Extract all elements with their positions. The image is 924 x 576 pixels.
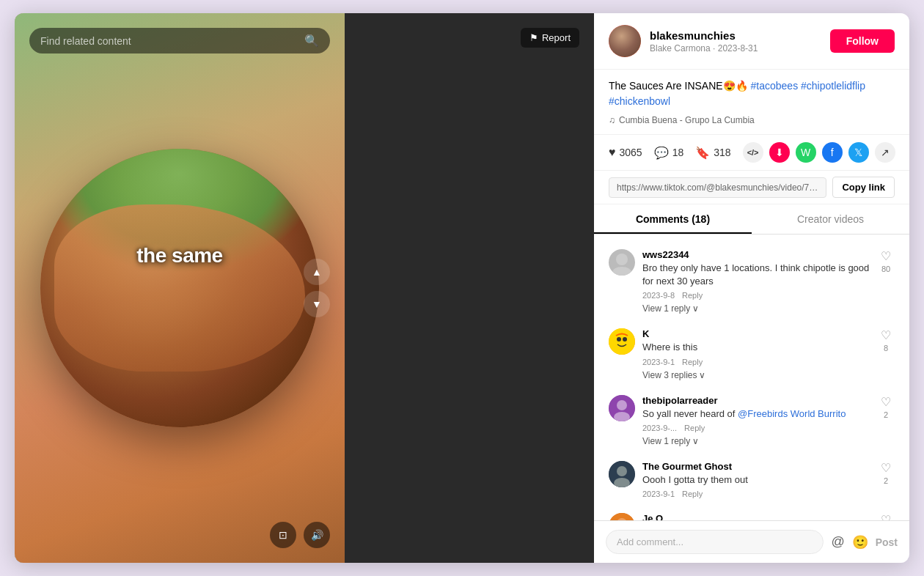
forward-button[interactable]: ↗	[875, 142, 895, 163]
comment-meta: 2023-9-8 Reply	[642, 291, 870, 300]
comments-list: wws22344 Bro they only have 1 locations.…	[594, 235, 909, 520]
like-icon: ♡	[881, 513, 891, 520]
comment-text: Bro they only have 1 locations. I think …	[642, 262, 870, 288]
add-comment-input[interactable]	[606, 530, 824, 554]
comment-content: K Where is this 2023-9-1 Reply View 3 re…	[642, 328, 870, 380]
comment-content: thebipolarreader So yall never heard of …	[642, 395, 870, 446]
comment-username: The Gourmet Ghost	[642, 461, 870, 472]
post-button[interactable]: Post	[876, 536, 898, 548]
comment-text: Where is this	[642, 341, 870, 354]
comment-icon: 💬	[654, 146, 669, 160]
copy-link-button[interactable]: Copy link	[832, 177, 895, 198]
music-label: Cumbia Buena - Grupo La Cumbia	[619, 115, 755, 125]
comment-meta: 2023-9-1 Reply	[642, 490, 870, 498]
at-sign-button[interactable]: @	[831, 534, 844, 550]
table-row: thebipolarreader So yall never heard of …	[594, 388, 909, 454]
comment-username: Je O	[642, 513, 870, 520]
dark-section	[345, 13, 594, 563]
search-bar[interactable]: 🔍	[29, 28, 330, 53]
like-count: 80	[881, 265, 890, 273]
comment-content: Je O Isn't this food truck? 2023-9-1 Rep…	[642, 513, 870, 520]
tabs-row: Comments (18) Creator videos	[594, 204, 909, 235]
svg-point-9	[617, 466, 627, 476]
whatsapp-button[interactable]: W	[796, 142, 816, 163]
emoji-button[interactable]: 🙂	[852, 534, 868, 550]
follow-button[interactable]: Follow	[830, 29, 895, 53]
report-button[interactable]: ⚑ Report	[521, 28, 579, 48]
nav-down-arrow[interactable]: ▼	[304, 291, 330, 317]
likes-stat[interactable]: ♥ 3065	[609, 146, 642, 159]
reply-button[interactable]: Reply	[682, 358, 703, 366]
view-replies-button[interactable]: View 1 reply ∨	[642, 436, 870, 446]
svg-point-2	[609, 328, 635, 355]
comments-count: 18	[672, 147, 684, 158]
comment-username: K	[642, 328, 870, 339]
comment-meta: 2023-9-1 Reply	[642, 358, 870, 366]
table-row: K Where is this 2023-9-1 Reply View 3 re…	[594, 321, 909, 387]
reply-button[interactable]: Reply	[682, 490, 703, 498]
music-info: ♫ Cumbia Buena - Grupo La Cumbia	[609, 115, 895, 125]
link-row: https://www.tiktok.com/@blakesmunchies/v…	[594, 171, 909, 204]
avatar	[609, 249, 635, 276]
tab-creator-videos[interactable]: Creator videos	[752, 204, 909, 234]
saves-stat[interactable]: 🔖 318	[695, 146, 730, 160]
likes-count: 3065	[620, 147, 642, 158]
comment-meta: 2023-9-... Reply	[642, 424, 870, 432]
hashtag-tacobees[interactable]: #tacobees	[751, 80, 799, 92]
comment-date: 2023-9-...	[642, 424, 677, 432]
comment-like[interactable]: ♡	[877, 513, 895, 520]
saves-count: 318	[714, 147, 730, 158]
subinfo: Blake Carmona · 2023-8-31	[650, 43, 821, 53]
tab-comments[interactable]: Comments (18)	[594, 204, 752, 234]
volume-button[interactable]: 🔊	[304, 522, 330, 548]
comment-text: Oooh I gotta try them out	[642, 473, 870, 487]
profile-header: blakesmunchies Blake Carmona · 2023-8-31…	[594, 13, 909, 70]
music-note-icon: ♫	[609, 115, 615, 125]
avatar	[609, 461, 635, 487]
avatar	[609, 395, 635, 421]
search-icon[interactable]: 🔍	[304, 34, 319, 48]
hashtag-chickenbowl[interactable]: #chickenbowl	[609, 95, 670, 107]
facebook-button[interactable]: f	[822, 142, 843, 163]
save-share-button[interactable]: ⬇	[769, 142, 790, 163]
twitter-button[interactable]: 𝕏	[848, 142, 869, 163]
like-icon: ♡	[881, 249, 891, 263]
view-replies-button[interactable]: View 3 replies ∨	[642, 370, 870, 380]
reply-button[interactable]: Reply	[682, 291, 703, 300]
avatar	[609, 328, 635, 355]
view-replies-button[interactable]: View 1 reply ∨	[642, 303, 870, 314]
comment-like[interactable]: ♡ 8	[877, 328, 895, 380]
svg-point-0	[616, 254, 628, 265]
bookmark-icon: 🔖	[695, 146, 710, 160]
comments-stat[interactable]: 💬 18	[654, 146, 684, 160]
reply-button[interactable]: Reply	[684, 424, 705, 432]
chevron-down-icon: ∨	[692, 436, 699, 446]
share-icons: </> ⬇ W f 𝕏 ↗	[743, 142, 895, 163]
comment-text: So yall never heard of @Freebirds World …	[642, 407, 870, 421]
svg-point-4	[623, 337, 627, 341]
airplay-button[interactable]: ⊡	[270, 522, 296, 548]
description-text: The Sauces Are INSANE😍🔥 #tacobees #chipo…	[609, 78, 895, 109]
table-row: The Gourmet Ghost Oooh I gotta try them …	[594, 454, 909, 506]
mention[interactable]: @Freebirds World Burrito	[738, 408, 846, 419]
search-input[interactable]	[40, 35, 304, 47]
right-panel: blakesmunchies Blake Carmona · 2023-8-31…	[594, 13, 909, 563]
svg-point-3	[617, 337, 621, 341]
add-comment-bar: @ 🙂 Post	[594, 520, 909, 563]
svg-point-6	[617, 400, 627, 410]
comment-content: wws22344 Bro they only have 1 locations.…	[642, 249, 870, 314]
content-desc: The Sauces Are INSANE😍🔥 #tacobees #chipo…	[594, 70, 909, 135]
nav-up-arrow[interactable]: ▲	[304, 259, 330, 285]
comment-like[interactable]: ♡ 2	[877, 395, 895, 446]
like-count: 2	[884, 476, 888, 485]
video-controls: ⊡ 🔊	[270, 522, 330, 548]
comment-username: wws22344	[642, 249, 870, 260]
food-image	[15, 13, 345, 563]
table-row: wws22344 Bro they only have 1 locations.…	[594, 242, 909, 321]
avatar	[609, 513, 635, 520]
embed-button[interactable]: </>	[743, 142, 763, 163]
comment-like[interactable]: ♡ 2	[877, 461, 895, 498]
comment-like[interactable]: ♡ 80	[877, 249, 895, 314]
left-panel: 🔍 the same ▲ ▼ ⊡ 🔊 ⚑ Report	[15, 13, 594, 563]
hashtag-chipotlelidflip[interactable]: #chipotlelidflip	[801, 80, 865, 92]
